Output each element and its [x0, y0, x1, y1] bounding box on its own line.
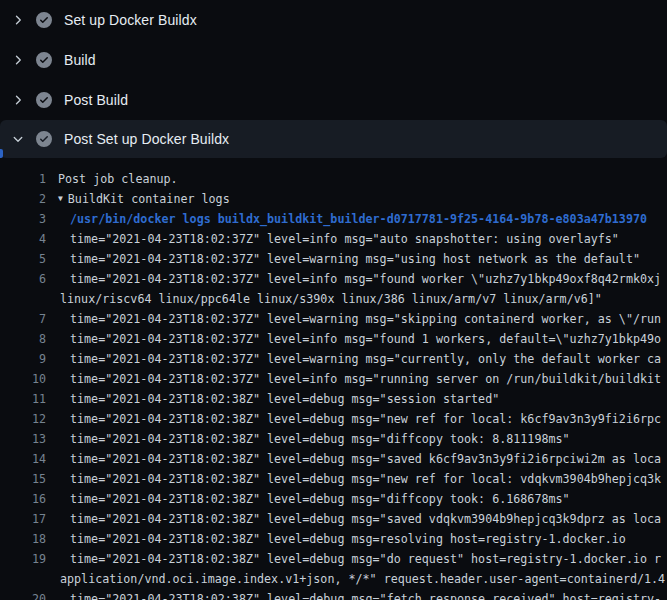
log-line: 9 time="2021-04-23T18:02:37Z" level=warn… — [0, 349, 667, 369]
log-text: time="2021-04-23T18:02:38Z" level=debug … — [70, 389, 499, 409]
chevron-icon — [12, 12, 24, 28]
log-line: 10 time="2021-04-23T18:02:37Z" level=inf… — [0, 369, 667, 389]
steps-list: Set up Docker Buildx Build Post Build — [0, 0, 667, 158]
log-line: 2 ▼ BuildKit container logs — [0, 189, 667, 209]
log-line: 12 time="2021-04-23T18:02:38Z" level=deb… — [0, 409, 667, 429]
check-circle-icon — [36, 52, 52, 68]
log-text: Post job cleanup. — [58, 169, 178, 189]
log-text: time="2021-04-23T18:02:37Z" level=warnin… — [70, 349, 661, 369]
log-text: time="2021-04-23T18:02:38Z" level=debug … — [70, 409, 661, 429]
log-line: 17 time="2021-04-23T18:02:38Z" level=deb… — [0, 509, 667, 529]
line-number[interactable]: 3 — [0, 209, 46, 229]
log-line: 5 time="2021-04-23T18:02:37Z" level=warn… — [0, 249, 667, 269]
step-row-build[interactable]: Build — [0, 40, 667, 80]
log-text: time="2021-04-23T18:02:37Z" level=info m… — [70, 269, 661, 289]
log-line: 8 time="2021-04-23T18:02:37Z" level=info… — [0, 329, 667, 349]
line-number[interactable]: 7 — [0, 309, 46, 329]
log-text: time="2021-04-23T18:02:37Z" level=info m… — [70, 369, 661, 389]
line-number[interactable]: 14 — [0, 449, 46, 469]
check-circle-icon — [36, 131, 52, 147]
check-circle-icon — [36, 12, 52, 28]
log-text: time="2021-04-23T18:02:38Z" level=debug … — [70, 589, 661, 600]
log-line: 15 time="2021-04-23T18:02:38Z" level=deb… — [0, 469, 667, 489]
step-label: Build — [64, 52, 96, 68]
log-text: time="2021-04-23T18:02:38Z" level=debug … — [70, 469, 661, 489]
line-number[interactable]: 15 — [0, 469, 46, 489]
log-text: time="2021-04-23T18:02:37Z" level=warnin… — [70, 249, 640, 269]
group-toggle-icon[interactable]: ▼ — [58, 189, 63, 209]
log-text: application/vnd.oci.image.index.v1+json,… — [60, 569, 665, 589]
chevron-icon — [12, 92, 24, 108]
chevron-icon — [12, 52, 24, 68]
log-line: 6 time="2021-04-23T18:02:37Z" level=info… — [0, 269, 667, 289]
log-line: linux/riscv64 linux/ppc64le linux/s390x … — [0, 289, 667, 309]
log-text: BuildKit container logs — [68, 189, 230, 209]
line-number[interactable]: 6 — [0, 269, 46, 289]
log-line: 4 time="2021-04-23T18:02:37Z" level=info… — [0, 229, 667, 249]
log-text: time="2021-04-23T18:02:38Z" level=debug … — [70, 429, 570, 449]
line-number[interactable]: 2 — [0, 189, 46, 209]
line-number[interactable] — [0, 569, 46, 589]
log-text: /usr/bin/docker logs buildx_buildkit_bui… — [70, 209, 647, 229]
line-number[interactable]: 20 — [0, 589, 46, 600]
chevron-icon — [12, 131, 24, 147]
log-line: 11 time="2021-04-23T18:02:38Z" level=deb… — [0, 389, 667, 409]
step-row-post-build[interactable]: Post Build — [0, 80, 667, 120]
focus-indicator — [0, 149, 3, 158]
line-number[interactable]: 11 — [0, 389, 46, 409]
step-label: Set up Docker Buildx — [64, 12, 197, 28]
step-label: Post Build — [64, 92, 128, 108]
log-line: 1 Post job cleanup. — [0, 169, 667, 189]
log-line: 18 time="2021-04-23T18:02:38Z" level=deb… — [0, 529, 667, 549]
log-text: time="2021-04-23T18:02:37Z" level=warnin… — [70, 309, 661, 329]
line-number[interactable]: 18 — [0, 529, 46, 549]
log-text: time="2021-04-23T18:02:38Z" level=debug … — [70, 489, 570, 509]
log-text: time="2021-04-23T18:02:38Z" level=debug … — [70, 509, 661, 529]
line-number[interactable]: 16 — [0, 489, 46, 509]
log-line: 19 time="2021-04-23T18:02:38Z" level=deb… — [0, 549, 667, 569]
line-number[interactable]: 1 — [0, 169, 46, 189]
log-line: 16 time="2021-04-23T18:02:38Z" level=deb… — [0, 489, 667, 509]
line-number[interactable]: 17 — [0, 509, 46, 529]
line-number[interactable]: 5 — [0, 249, 46, 269]
line-number[interactable]: 10 — [0, 369, 46, 389]
log-text: time="2021-04-23T18:02:37Z" level=info m… — [70, 229, 619, 249]
line-number[interactable]: 8 — [0, 329, 46, 349]
line-number[interactable]: 13 — [0, 429, 46, 449]
log-text: time="2021-04-23T18:02:38Z" level=debug … — [70, 449, 661, 469]
line-number[interactable]: 9 — [0, 349, 46, 369]
line-number[interactable]: 19 — [0, 549, 46, 569]
log-panel: 1 Post job cleanup. 2 ▼ BuildKit contain… — [0, 158, 667, 600]
line-number[interactable]: 4 — [0, 229, 46, 249]
log-line: 14 time="2021-04-23T18:02:38Z" level=deb… — [0, 449, 667, 469]
log-line: application/vnd.oci.image.index.v1+json,… — [0, 569, 667, 589]
step-row-set-up-docker-buildx[interactable]: Set up Docker Buildx — [0, 0, 667, 40]
line-number[interactable]: 12 — [0, 409, 46, 429]
line-number[interactable] — [0, 289, 46, 309]
step-label: Post Set up Docker Buildx — [64, 131, 229, 147]
step-row-post-set-up-docker-buildx[interactable]: Post Set up Docker Buildx — [0, 120, 667, 158]
log-text: time="2021-04-23T18:02:38Z" level=debug … — [70, 549, 661, 569]
log-text: linux/riscv64 linux/ppc64le linux/s390x … — [60, 289, 602, 309]
log-line: 7 time="2021-04-23T18:02:37Z" level=warn… — [0, 309, 667, 329]
log-text: time="2021-04-23T18:02:38Z" level=debug … — [70, 529, 626, 549]
log-text: time="2021-04-23T18:02:37Z" level=info m… — [70, 329, 661, 349]
log-line: 13 time="2021-04-23T18:02:38Z" level=deb… — [0, 429, 667, 449]
log-line: 20 time="2021-04-23T18:02:38Z" level=deb… — [0, 589, 667, 600]
check-circle-icon — [36, 92, 52, 108]
log-line: 3 /usr/bin/docker logs buildx_buildkit_b… — [0, 209, 667, 229]
